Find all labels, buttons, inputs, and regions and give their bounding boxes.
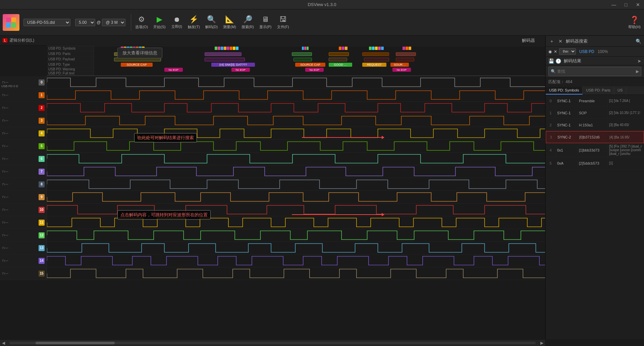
decoder-results-list[interactable]: 0SYNC-1Preamble[1] [Va 7.26A (1SYNC-1SOP… [546, 95, 644, 339]
file-selector[interactable]: USB-PD-5S.dsl [22, 9, 72, 35]
channel-row-13[interactable]: ⊓⌐⌐13 [0, 242, 545, 254]
decoder-header: + ✕ 解码器搜索 🔍 [546, 36, 644, 47]
trigger-button[interactable]: ⚡ 触发(T) [185, 11, 203, 34]
immediate-label: 立即(I) [171, 24, 182, 29]
channel-wave-12[interactable] [47, 229, 545, 241]
search-input[interactable] [557, 69, 635, 74]
result-export-icon[interactable]: ➤ [637, 58, 641, 64]
result-value-3: [0]b37152d6 [578, 131, 608, 143]
result-save-icon[interactable]: 💾 [548, 58, 554, 64]
minimize-button[interactable]: — [608, 0, 620, 9]
channel-row-1[interactable]: ⊓⌐⌐1 [0, 89, 545, 102]
tab-symbols[interactable]: USB PD: Symbols [546, 86, 583, 95]
channel-wave-icon-13: ⊓⌐⌐ [2, 246, 9, 250]
freq-dropdown[interactable]: @ 3 MHz [102, 19, 125, 26]
search-next-icon[interactable]: ▶ [636, 69, 639, 74]
channel-row-7[interactable]: ⊓⌐⌐7 [0, 165, 545, 178]
channel-row-15[interactable]: ⊓⌐⌐15 [0, 267, 545, 280]
channel-row-5[interactable]: ⊓⌐⌐5 [0, 140, 545, 153]
tab-parts[interactable]: USB PD: Parts [583, 86, 614, 95]
channel-row-11[interactable]: ⊓⌐⌐11 [0, 216, 545, 229]
channel-row-8[interactable]: ⊓⌐⌐8 [0, 178, 545, 191]
search-annotation-arrow [302, 137, 382, 138]
channel-row-2[interactable]: ⊓⌐⌐2 [0, 102, 545, 114]
scroll-track[interactable] [9, 342, 536, 344]
right-panel: + ✕ 解码器搜索 🔍 ◉ ✕ ther USB PD 100% 💾 🕐 解码结… [545, 36, 644, 339]
decoder-proto-dropdown[interactable]: ther [559, 48, 576, 55]
channel-wave-14[interactable] [47, 254, 545, 267]
scroll-thumb[interactable] [36, 342, 114, 344]
result-extra-5: [1] [608, 157, 644, 169]
result-row-3[interactable]: 3SYNC-2[0]b37152d6[4] [Ba 16.95/ [546, 131, 644, 143]
file-button[interactable]: 🖫 文件(F) [274, 11, 292, 34]
display-button[interactable]: 🖥 显示(P) [257, 11, 274, 34]
result-row-4[interactable]: 40x1[1]bbb33d73[5] [Fix (392.7\ [dual_r … [546, 143, 644, 157]
tab-us[interactable]: US [614, 86, 626, 95]
channel-wave-6[interactable] [47, 153, 545, 165]
result-row-2[interactable]: 2SYNC-1H:150a1[3] [Ba 40.65/ [546, 119, 644, 131]
channel-wave-7[interactable] [47, 165, 545, 178]
close-button[interactable]: ✕ [632, 0, 644, 9]
maximize-button[interactable]: □ [620, 0, 632, 9]
result-row-5[interactable]: 50xA[2]5ddcb573[1] [546, 157, 644, 169]
sep1 [131, 14, 131, 31]
usbpd-channel-tag: USB PD 0 D [1, 84, 18, 88]
channel-wave-9[interactable] [47, 191, 545, 203]
options-button[interactable]: ⚙ 选项(O) [132, 11, 151, 34]
display-label: 显示(P) [259, 24, 272, 30]
topbar: L 逻辑分析仪(L) 解码器 [0, 36, 545, 46]
channel-wave-13[interactable] [47, 242, 545, 254]
decoder-tabs: USB PD: Symbols USB PD: Parts US [546, 86, 644, 95]
usbpd-warning-text: USB PD: Warning [48, 67, 75, 71]
file-dropdown[interactable]: USB-PD-5S.dsl [23, 19, 70, 26]
channel-row-9[interactable]: ⊓⌐⌐9 [0, 191, 545, 204]
help-button[interactable]: ❓ 帮助(H) [628, 15, 641, 29]
usbpd-payload-label: USB PD: Payload [47, 57, 94, 62]
channel-row-3[interactable]: ⊓⌐⌐3 [0, 114, 545, 127]
options-icon: ⚙ [138, 15, 145, 24]
svg-rect-3 [11, 23, 16, 27]
channel-row-10[interactable]: ⊓⌐⌐10 [0, 204, 545, 216]
immediate-button[interactable]: ⏺ 立即(I) [168, 11, 185, 34]
usbpd-type-row: SOURCE CAP (r4) SNK[0]: DAT??? SOURCE CA… [94, 62, 545, 67]
file-icon: 🖫 [279, 15, 287, 24]
channel-wave-icon-11: ⊓⌐⌐ [2, 221, 9, 224]
svg-rect-2 [6, 23, 11, 27]
channel-wave-icon-6: ⊓⌐⌐ [2, 157, 9, 161]
channel-row-14[interactable]: ⊓⌐⌐14 [0, 254, 545, 267]
channel-row-12[interactable]: ⊓⌐⌐12 [0, 229, 545, 242]
channel-row-0[interactable]: ⊓⌐⌐0USB PD 0 D [0, 76, 545, 89]
speed-dropdown[interactable]: 5.00 [75, 19, 95, 26]
channel-wave-8[interactable] [47, 178, 545, 190]
search-button[interactable]: 🔎 搜索(R) [239, 11, 257, 34]
usbpd-warning-row: No EOP No EOP No EOP No EOP [94, 67, 545, 72]
channel-toggle-button[interactable]: L [3, 38, 7, 43]
channel-wave-5[interactable] [47, 140, 545, 152]
decoder-close2-button[interactable]: ✕ [554, 49, 557, 54]
channel-wave-2[interactable] [47, 102, 545, 114]
scroll-right-button[interactable]: ▶ [538, 340, 545, 346]
decoder-add-button[interactable]: + [548, 38, 555, 45]
channel-badge-5: 5 [39, 143, 45, 149]
scroll-left-button[interactable]: ◀ [0, 340, 7, 346]
channel-row-4[interactable]: ⊓⌐⌐4 [0, 127, 545, 140]
channel-wave-3[interactable] [47, 114, 545, 127]
decoder-back-button[interactable]: ◉ [548, 49, 552, 54]
bottom-scrollbar[interactable]: ◀ ▶ [0, 339, 545, 346]
channel-wave-4[interactable] [47, 127, 545, 139]
measure-button[interactable]: 📐 测量(M) [220, 11, 239, 34]
measure-label: 测量(M) [223, 24, 236, 30]
decoder-close-button[interactable]: ✕ [557, 38, 564, 45]
decode-button[interactable]: 🔍 解码(D) [203, 11, 220, 34]
result-clock-icon[interactable]: 🕐 [555, 58, 561, 64]
channel-row-6[interactable]: ⊓⌐⌐6 [0, 153, 545, 165]
channel-wave-15[interactable] [47, 267, 545, 280]
channel-wave-1[interactable] [47, 89, 545, 101]
start-button[interactable]: ▶ 开始(S) [151, 11, 168, 34]
result-row-1[interactable]: 1SYNC-1SOP[2] [Va 10.35/ (177.1! [546, 107, 644, 119]
channel-wave-icon-4: ⊓⌐⌐ [2, 131, 9, 135]
channel-wave-0[interactable] [47, 76, 545, 89]
result-row-0[interactable]: 0SYNC-1Preamble[1] [Va 7.26A ( [546, 95, 644, 107]
decoder-search-icon[interactable]: 🔍 [636, 39, 641, 44]
channel-label-0: ⊓⌐⌐0USB PD 0 D [0, 76, 47, 89]
